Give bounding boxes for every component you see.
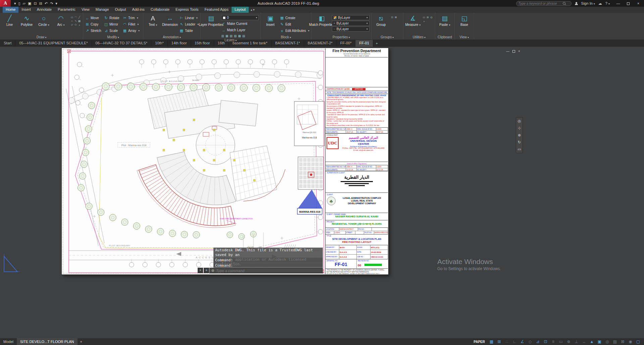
isodraft-icon[interactable]: ◇ [526,339,534,345]
layer-dropdown[interactable]: 0 [221,15,259,20]
lock-ui-icon[interactable]: ⊠ [619,339,627,345]
group-button[interactable]: ⧅ Group [373,14,389,35]
panel-label-groups[interactable]: Groups [371,35,403,40]
minimize-button[interactable]: — [613,0,623,7]
scale-button[interactable]: ⊿Scale [104,28,122,34]
line-tool-button[interactable]: ╱ Line [2,14,17,35]
file-tab-05-hvac-31-equipment-schedule[interactable]: 05---HVAC-31 EQUIPMENT SCHEDULE* [15,40,92,47]
copy-button[interactable]: ⊞Copy [85,21,104,27]
doc-restore-button[interactable] [512,49,515,53]
new-icon[interactable]: ▯ [18,0,20,7]
ribbon-tab-output[interactable]: Output [112,7,129,13]
help-icon[interactable]: ? [605,1,610,5]
orbit-icon[interactable]: ↻ [518,140,521,144]
stretch-button[interactable]: ↗Stretch [85,28,104,34]
file-tab-16th[interactable]: 16th [214,40,229,47]
panel-label-utilities[interactable]: Utilities [403,35,435,40]
file-tab-basement-1-fire-tank[interactable]: basement 1 fire tank* [229,40,271,47]
doc-minimize-button[interactable]: — [506,49,509,53]
fillet-button[interactable]: ◠Fillet [122,21,141,27]
plot-icon[interactable]: ⊟ [39,0,42,7]
paper-space-toggle[interactable]: PAPER [474,340,485,344]
file-tab-start[interactable]: Start [0,40,15,47]
new-drawing-tab-button[interactable]: + [373,40,381,47]
edit-attributes-button[interactable]: ≡Edit Attributes [280,28,309,34]
ribbon-tab-annotate[interactable]: Annotate [34,7,55,13]
match-properties-button[interactable]: ◧ Match Properties [313,14,331,35]
mirror-button[interactable]: ◫Mirror [104,21,122,27]
ribbon-tab-featured-apps[interactable]: Featured Apps [201,7,232,13]
file-tab-basement-1[interactable]: BASEMENT-1* [271,40,304,47]
osnap-icon[interactable]: ⊡ [542,339,549,345]
open-icon[interactable]: ▱ [23,0,26,7]
ribbon-tab-add-ins[interactable]: Add-ins [129,7,148,13]
polar-icon[interactable]: ∠ [518,339,526,345]
file-tab-10th[interactable]: 10th* [151,40,168,47]
linetype-dropdown[interactable]: ┄ ByLayer [332,27,369,32]
navigation-wheel-icon[interactable]: ◎ [518,119,521,123]
lineweight-dropdown[interactable]: ≡ ByLayer [332,21,369,26]
snap-icon[interactable]: ⊞ [495,339,503,345]
trim-button[interactable]: ✂Trim [122,15,141,21]
annotation-visibility-icon[interactable]: ▲ [588,339,596,345]
clean-screen-icon[interactable]: ▢ [634,339,642,345]
workspace-switch-icon[interactable]: ▾ [14,0,16,7]
grid-icon[interactable]: ▦ [488,339,495,345]
move-button[interactable]: ↔Move [85,15,104,21]
arc-tool-button[interactable]: ◠ Arc [53,14,69,35]
ribbon-tab-insert[interactable]: Insert [18,7,34,13]
selection-cycling-icon[interactable]: ⊕ [565,339,573,345]
quick-properties-icon[interactable]: ▤ [611,339,619,345]
autocad-logo-icon[interactable]: A [0,0,11,7]
undo-icon[interactable]: ↶ [45,0,48,7]
transparency-icon[interactable]: ▭ [557,339,565,345]
close-button[interactable]: × [633,0,643,7]
search-icon[interactable] [563,2,565,5]
app-store-icon[interactable]: ☁ [598,1,602,6]
ribbon-tab-layout[interactable]: Layout [232,7,249,13]
file-tab-ff-00[interactable]: FF-00* [337,40,356,47]
sign-in-button[interactable]: Sign In [581,1,595,5]
panel-label-draw[interactable]: Draw [0,35,83,40]
help-search-box[interactable] [516,1,572,6]
infer-icon[interactable]: ∴ [503,339,511,345]
leader-button[interactable]: ↖Leader [179,21,199,27]
table-button[interactable]: ▦Table [179,28,199,34]
rotate-button[interactable]: ↻Rotate [104,15,122,21]
dimension-tool-button[interactable]: ↔ Dimension [162,14,178,35]
ribbon-tab-parametric[interactable]: Parametric [55,7,79,13]
zoom-icon[interactable]: ⊕ [518,133,521,137]
model-tab[interactable]: Model [0,338,17,345]
paste-button[interactable]: ▤ Paste [437,14,453,35]
site-plan-drawing[interactable]: Marina-QS 022Marina-res-018MARINA-RES-01… [62,48,326,274]
ribbon-tab-manage[interactable]: Manage [93,7,112,13]
isolate-objects-icon[interactable]: ◉ [627,339,634,345]
pan-icon[interactable]: ⊹ [518,126,521,130]
panel-label-modify[interactable]: Modify [83,35,143,40]
panel-label-view[interactable]: View [455,35,474,40]
command-bar[interactable]: ⚙ [209,268,323,273]
ribbon-tab-express-tools[interactable]: Express Tools [172,7,201,13]
file-tab-14th-floor[interactable]: 14th floor [168,40,191,47]
new-layout-button[interactable]: + [78,340,85,344]
layout-sheet[interactable]: Marina-QS 022Marina-res-018MARINA-RES-01… [61,48,389,275]
command-customize-icon[interactable]: ⚙ [211,269,214,272]
utilities-extra-tools[interactable]: ▭⊞◎＋ [422,14,433,35]
panel-label-properties[interactable]: Properties [311,35,371,40]
ribbon-tab-collaborate[interactable]: Collaborate [148,7,172,13]
command-close-button[interactable]: × [198,268,203,273]
ortho-icon[interactable]: ∟ [511,339,518,345]
edit-block-button[interactable]: ✎Edit [280,21,309,27]
panel-label-block[interactable]: Block [261,35,311,40]
array-button[interactable]: ▦Array [122,28,141,34]
command-input[interactable] [216,269,321,273]
object-color-dropdown[interactable]: ByLayer [332,15,369,20]
layer-tools[interactable]: ▥▦▧▨▩▤ [221,34,259,38]
dynamic-ucs-icon[interactable]: ↔ [580,339,588,345]
insert-block-button[interactable]: ▣ Insert [262,14,278,35]
panel-label-annotation[interactable]: Annotation [143,35,200,40]
panel-label-clipboard[interactable]: Clipboard [435,35,454,40]
file-tab-15th-floor[interactable]: 15th floor [191,40,214,47]
osnap-3d-icon[interactable]: ⊥ [573,339,580,345]
maximize-button[interactable] [623,0,633,7]
